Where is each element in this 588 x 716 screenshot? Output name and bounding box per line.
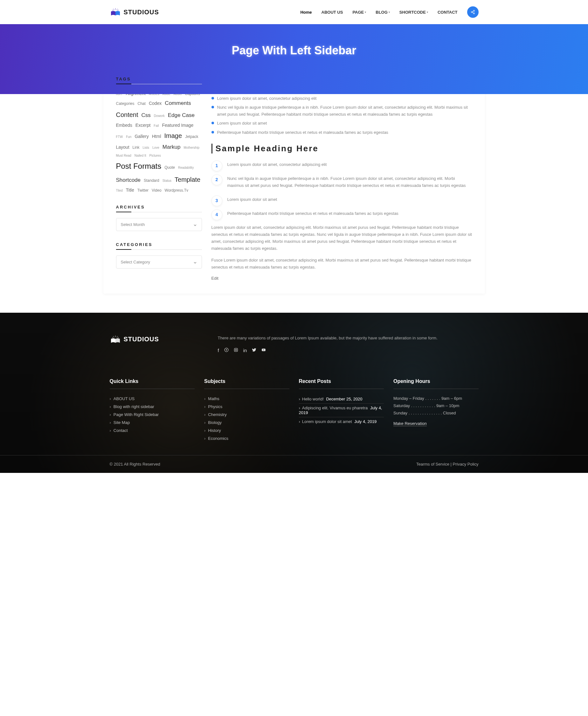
tag-item[interactable]: Fun	[126, 134, 131, 139]
recent-post-item[interactable]: Hello world! December 25, 2020	[299, 395, 384, 403]
subject-item[interactable]: History	[204, 427, 289, 434]
hours-row: Sunday . . . . . . . . . . . . . . . Clo…	[393, 409, 479, 417]
tag-item[interactable]: Template	[174, 174, 200, 185]
tag-item[interactable]: Content	[116, 110, 138, 120]
instagram-icon[interactable]	[234, 348, 238, 353]
tag-item[interactable]: Mothership	[184, 145, 200, 150]
quick-link-item[interactable]: Site Map	[110, 418, 195, 427]
chevron-down-icon: ▾	[427, 11, 428, 14]
brand-text: STUDIOUS	[124, 8, 159, 16]
tag-item[interactable]: Jetpack	[185, 134, 198, 140]
nav-page[interactable]: PAGE▾	[352, 10, 366, 15]
paragraph-1: Lorem ipsum dolor sit amet, consectetur …	[211, 224, 472, 252]
footer: STUDIOUS There are many variations of pa…	[0, 313, 588, 473]
categories-title: CATEGORIES	[116, 242, 202, 250]
widget-categories: CATEGORIES Select Category	[116, 242, 202, 268]
nav-shortcode[interactable]: SHORTCODE▾	[399, 10, 428, 15]
edit-link[interactable]: Edit	[211, 276, 218, 281]
numbered-item: Pellentesque habitant morbi tristique se…	[211, 210, 472, 217]
quick-link-item[interactable]: ABOUT US	[110, 395, 195, 403]
facebook-icon[interactable]: f	[218, 348, 219, 353]
tag-item[interactable]: Twitter	[138, 188, 148, 194]
tag-item[interactable]: Comments	[165, 99, 191, 107]
privacy-link[interactable]: Privacy Policy	[453, 462, 479, 467]
pinterest-icon[interactable]	[224, 348, 229, 353]
linkedin-icon[interactable]: in	[243, 348, 247, 353]
tag-item[interactable]: Link	[133, 145, 140, 151]
subject-item[interactable]: Biology	[204, 418, 289, 427]
svg-line-12	[117, 336, 118, 337]
footer-logo[interactable]: STUDIOUS	[110, 335, 199, 344]
main-nav: Home ABOUT US PAGE▾ BLOG▾ SHORTCODE▾ CON…	[300, 6, 478, 18]
bullet-item: Nunc vel ligula in augue tristique pelle…	[211, 104, 472, 118]
tag-item[interactable]: Lists	[143, 145, 149, 150]
tag-item[interactable]: Title	[126, 187, 134, 194]
nav-blog[interactable]: BLOG▾	[376, 10, 390, 15]
tag-item[interactable]: Edge Case	[168, 111, 195, 120]
nav-contact[interactable]: CONTACT	[438, 10, 458, 15]
tag-item[interactable]: Gallery	[134, 133, 148, 140]
nav-home[interactable]: Home	[300, 10, 312, 15]
footer-about-text: There are many variations of passages of…	[218, 335, 479, 342]
svg-line-2	[117, 9, 118, 10]
recent-post-item[interactable]: Lorem ipsum dolor sit amet July 4, 2019	[299, 417, 384, 426]
svg-point-5	[473, 10, 475, 12]
tag-item[interactable]: Pictures	[149, 153, 161, 158]
header: STUDIOUS Home ABOUT US PAGE▾ BLOG▾ SHORT…	[0, 0, 588, 24]
subject-item[interactable]: Maths	[204, 395, 289, 403]
quick-link-item[interactable]: Page With Right Sidebar	[110, 411, 195, 418]
nav-about[interactable]: ABOUT US	[321, 10, 343, 15]
paragraph-2: Fusce Lorem ipsum dolor sit amet, consec…	[211, 257, 472, 271]
logo[interactable]: STUDIOUS	[110, 8, 159, 17]
tag-item[interactable]: Shortcode	[116, 176, 141, 184]
tag-item[interactable]: Codex	[149, 100, 162, 107]
tag-item[interactable]: Wordpress.Tv	[165, 188, 188, 194]
tag-item[interactable]: Must Read	[116, 153, 131, 158]
book-icon	[110, 8, 121, 17]
tag-item[interactable]: Featured Image	[162, 122, 193, 129]
subject-item[interactable]: Economics	[204, 434, 289, 442]
svg-point-18	[235, 349, 237, 351]
tag-item[interactable]: Html	[152, 133, 161, 140]
terms-link[interactable]: Tearms of Service	[416, 462, 449, 467]
svg-point-7	[473, 13, 475, 14]
quick-link-item[interactable]: Blog with right sidebar	[110, 403, 195, 411]
tag-item[interactable]: Video	[152, 188, 161, 194]
share-icon	[471, 10, 475, 14]
categories-select[interactable]: Select Category	[116, 256, 202, 268]
archives-select[interactable]: Select Month	[116, 218, 202, 231]
tag-item[interactable]: Fail	[153, 123, 159, 128]
tag-item[interactable]: Layout	[116, 144, 129, 151]
tag-item[interactable]: Image	[164, 131, 182, 141]
tag-item[interactable]: FTW	[116, 134, 123, 139]
share-button[interactable]	[467, 6, 479, 18]
quick-link-item[interactable]: Contact	[110, 427, 195, 434]
tag-item[interactable]: Categories	[116, 101, 134, 107]
svg-line-9	[472, 13, 474, 13]
tag-item[interactable]: Markup	[163, 143, 181, 151]
tag-item[interactable]: Dowork	[154, 113, 165, 118]
footer-quick-links: Quick Links ABOUT USBlog with right side…	[110, 378, 195, 442]
tag-item[interactable]: Readability	[178, 165, 194, 170]
tag-item[interactable]: Standard	[144, 178, 159, 184]
tag-item[interactable]: Excerpt	[135, 122, 150, 129]
tag-item[interactable]: Tiled	[116, 188, 123, 193]
twitter-icon[interactable]	[252, 348, 256, 353]
svg-line-11	[113, 336, 114, 337]
subject-item[interactable]: Physics	[204, 403, 289, 411]
copyright-text: © 2021 All Rights Reserved	[110, 462, 160, 467]
tag-item[interactable]: Nailed It	[134, 153, 146, 158]
tag-item[interactable]: Embeds	[116, 122, 132, 129]
make-reservation-link[interactable]: Make Reservation	[393, 421, 427, 426]
tag-item[interactable]: Css	[142, 111, 151, 120]
youtube-icon[interactable]	[261, 348, 266, 353]
tag-item[interactable]: Chat	[138, 101, 146, 107]
subject-item[interactable]: Chemistry	[204, 411, 289, 418]
tag-item[interactable]: Love	[152, 145, 159, 150]
bullet-item: Lorem ipsum dolor sit amet	[211, 120, 472, 127]
sidebar: TAGS 8BITAlignmentArticlesAsideAudioCapt…	[116, 77, 202, 281]
tag-item[interactable]: Post Formats	[116, 160, 162, 172]
tag-item[interactable]: Status	[163, 178, 171, 183]
recent-post-item[interactable]: Adipiscing elit. Vivamus eu pharetra Jul…	[299, 403, 384, 417]
tag-item[interactable]: Quote	[164, 165, 175, 171]
